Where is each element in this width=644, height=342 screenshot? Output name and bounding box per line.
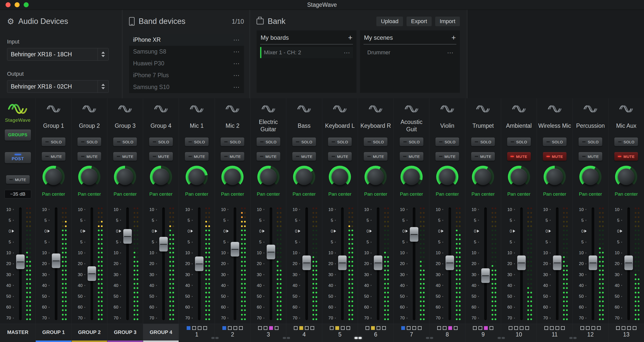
stereo-link-button[interactable]: [283, 337, 290, 339]
solo-button[interactable]: SOLO: [42, 138, 65, 146]
solo-button[interactable]: SOLO: [77, 138, 101, 146]
mute-button[interactable]: MUTE: [435, 152, 459, 161]
pan-knob[interactable]: [114, 166, 136, 188]
pan-knob[interactable]: [78, 166, 100, 188]
send-square[interactable]: [520, 326, 524, 330]
send-square[interactable]: [299, 326, 303, 330]
pan-knob[interactable]: [472, 166, 494, 188]
fader-handle[interactable]: [302, 255, 311, 270]
solo-button[interactable]: SOLO: [292, 138, 316, 146]
solo-button[interactable]: SOLO: [614, 138, 638, 146]
fader-handle[interactable]: [88, 266, 96, 281]
post-button[interactable]: POST: [5, 152, 31, 163]
fader-handle[interactable]: [123, 229, 132, 244]
pan-knob[interactable]: [615, 166, 637, 188]
export-button[interactable]: Export: [407, 17, 432, 26]
send-square[interactable]: [401, 326, 405, 330]
device-menu-icon[interactable]: ⋯: [233, 48, 240, 55]
scene-item[interactable]: Drummer ⋯: [364, 47, 456, 58]
stereo-link-button[interactable]: [354, 337, 362, 339]
pan-knob[interactable]: [508, 166, 530, 188]
send-square[interactable]: [275, 326, 278, 330]
send-square[interactable]: [525, 326, 529, 330]
send-square[interactable]: [305, 326, 309, 330]
solo-button[interactable]: SOLO: [364, 138, 387, 146]
send-square[interactable]: [228, 326, 232, 330]
minimize-window-button[interactable]: [15, 2, 20, 7]
mute-button[interactable]: MUTE: [471, 152, 495, 161]
send-square[interactable]: [561, 326, 565, 330]
send-square[interactable]: [330, 326, 334, 330]
send-square[interactable]: [187, 326, 190, 330]
fader-handle[interactable]: [231, 242, 239, 256]
send-square[interactable]: [490, 326, 493, 330]
send-square[interactable]: [509, 326, 512, 330]
solo-button[interactable]: SOLO: [221, 138, 244, 146]
send-square[interactable]: [366, 326, 369, 330]
send-square[interactable]: [233, 326, 237, 330]
solo-button[interactable]: SOLO: [328, 138, 352, 146]
fader-handle[interactable]: [517, 255, 526, 270]
output-device-select[interactable]: Behringer XR18 - 02CH: [7, 80, 109, 93]
pan-knob[interactable]: [221, 166, 244, 188]
solo-button[interactable]: SOLO: [113, 138, 137, 146]
tab-group-3[interactable]: GROUP 3: [107, 324, 143, 342]
fader-handle[interactable]: [624, 255, 633, 270]
device-menu-icon[interactable]: ⋯: [233, 60, 240, 67]
mute-button[interactable]: MUTE: [149, 152, 173, 161]
send-square[interactable]: [222, 326, 226, 330]
mute-button[interactable]: MUTE: [579, 152, 602, 161]
send-square[interactable]: [418, 326, 422, 330]
send-square[interactable]: [346, 326, 350, 330]
fader-handle[interactable]: [374, 255, 382, 270]
fader-handle[interactable]: [267, 245, 275, 259]
mute-button[interactable]: MUTE: [42, 152, 65, 161]
solo-button[interactable]: SOLO: [400, 138, 423, 146]
send-square[interactable]: [294, 326, 298, 330]
tab-group-4[interactable]: GROUP 4: [143, 324, 179, 342]
mute-button[interactable]: MUTE: [328, 152, 352, 161]
scene-menu-icon[interactable]: ⋯: [447, 49, 454, 56]
solo-button[interactable]: SOLO: [579, 138, 602, 146]
pan-knob[interactable]: [186, 166, 208, 188]
solo-button[interactable]: SOLO: [185, 138, 209, 146]
send-square[interactable]: [586, 326, 590, 330]
input-device-select[interactable]: Behringer XR18 - 18CH: [7, 48, 109, 61]
pan-knob[interactable]: [400, 166, 423, 188]
mute-button[interactable]: MUTE: [543, 152, 567, 161]
import-button[interactable]: Import: [435, 17, 460, 26]
pan-knob[interactable]: [544, 166, 566, 188]
pan-knob[interactable]: [150, 166, 172, 188]
pan-knob[interactable]: [579, 166, 601, 188]
solo-button[interactable]: SOLO: [471, 138, 495, 146]
solo-button[interactable]: SOLO: [543, 138, 567, 146]
send-square[interactable]: [192, 326, 196, 330]
master-mute-button[interactable]: MUTE: [6, 175, 30, 184]
send-square[interactable]: [473, 326, 477, 330]
mute-button[interactable]: MUTE: [77, 152, 101, 161]
send-square[interactable]: [597, 326, 601, 330]
stereo-link-button[interactable]: [426, 337, 433, 339]
send-square[interactable]: [591, 326, 595, 330]
send-square[interactable]: [437, 326, 441, 330]
mute-button[interactable]: MUTE: [257, 152, 280, 161]
send-square[interactable]: [198, 326, 202, 330]
pan-knob[interactable]: [293, 166, 315, 188]
mute-button[interactable]: MUTE: [185, 152, 209, 161]
pan-knob[interactable]: [43, 166, 65, 188]
send-square[interactable]: [627, 326, 631, 330]
mute-button[interactable]: MUTE: [614, 152, 638, 161]
mute-button[interactable]: MUTE: [221, 152, 244, 161]
mute-button[interactable]: MUTE: [292, 152, 316, 161]
solo-button[interactable]: SOLO: [435, 138, 459, 146]
send-square[interactable]: [239, 326, 243, 330]
send-square[interactable]: [616, 326, 620, 330]
fader-handle[interactable]: [338, 255, 347, 270]
send-square[interactable]: [382, 326, 386, 330]
stereo-link-button[interactable]: [569, 337, 577, 339]
pan-knob[interactable]: [436, 166, 458, 188]
tab-master[interactable]: MASTER: [0, 324, 35, 342]
master-fader-handle[interactable]: [16, 254, 25, 269]
add-scene-button[interactable]: +: [451, 34, 456, 41]
send-square[interactable]: [371, 326, 375, 330]
